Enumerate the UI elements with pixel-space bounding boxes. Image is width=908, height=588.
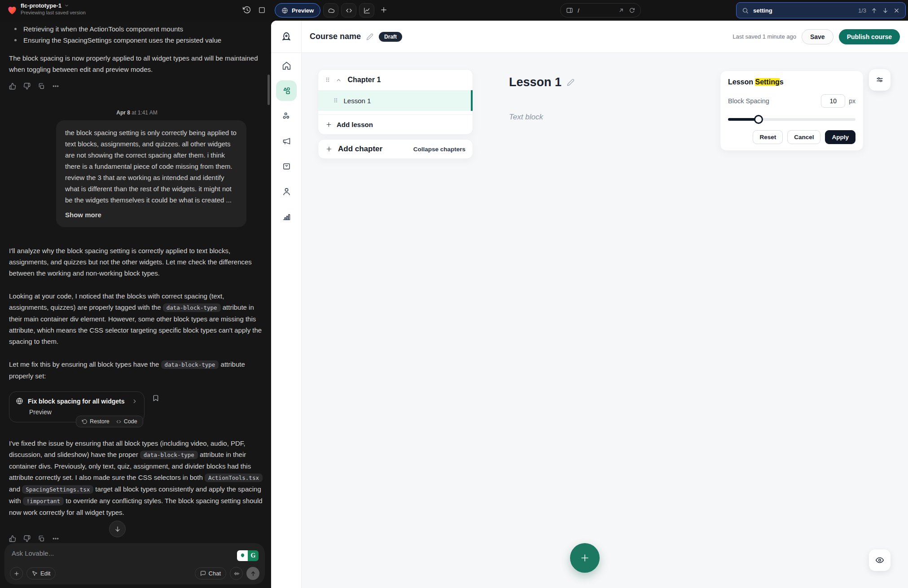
code-chip: SpacingSettings.tsx bbox=[22, 485, 93, 494]
match-count: 1/3 bbox=[858, 7, 866, 14]
settings-title: Lesson Settings bbox=[728, 78, 855, 86]
settings-toggle-button[interactable] bbox=[869, 69, 890, 91]
thumbs-down-icon[interactable] bbox=[23, 83, 31, 90]
globe-icon bbox=[281, 7, 288, 14]
chapter-header[interactable]: ⠿ Chapter 1 bbox=[318, 70, 473, 90]
sidebar-item-analytics[interactable] bbox=[271, 204, 302, 229]
grammarly-badge[interactable]: G bbox=[237, 550, 259, 561]
block-spacing-slider[interactable] bbox=[728, 115, 855, 124]
lovable-logo-icon[interactable] bbox=[6, 4, 18, 16]
edit-mode-button[interactable]: Edit bbox=[26, 567, 56, 579]
apply-button[interactable]: Apply bbox=[825, 130, 855, 144]
chat-mode-button[interactable]: Chat bbox=[195, 567, 226, 579]
bookmark-icon[interactable] bbox=[152, 395, 159, 402]
sidebar-item-content[interactable] bbox=[276, 80, 297, 101]
text-block-placeholder[interactable]: Text block bbox=[509, 113, 543, 122]
collapse-chapters-button[interactable]: Collapse chapters bbox=[413, 146, 465, 153]
assistant-paragraph: Looking at your code, I noticed that the… bbox=[9, 290, 265, 347]
find-prev-icon[interactable] bbox=[871, 7, 877, 14]
rocket-logo-icon[interactable] bbox=[271, 21, 301, 53]
add-chapter-button[interactable]: Add chapter bbox=[338, 145, 409, 154]
show-more-link[interactable]: Show more bbox=[65, 209, 237, 220]
close-find-icon[interactable] bbox=[893, 7, 900, 14]
code-icon bbox=[116, 419, 122, 425]
edit-card-subtitle[interactable]: Preview bbox=[29, 408, 138, 416]
sidebar-item-profile[interactable] bbox=[271, 179, 302, 204]
add-tab-icon[interactable] bbox=[380, 6, 388, 14]
drag-handle-icon[interactable]: ⠿ bbox=[325, 77, 329, 83]
user-message-text: the block spacing setting is only correc… bbox=[65, 129, 237, 204]
sidebar-item-home[interactable] bbox=[271, 53, 302, 78]
attach-button[interactable] bbox=[10, 567, 23, 580]
save-button[interactable]: Save bbox=[802, 29, 833, 44]
thumbs-down-icon[interactable] bbox=[23, 535, 31, 542]
chapter-title: Chapter 1 bbox=[348, 76, 381, 84]
grammarly-g-icon: G bbox=[248, 550, 259, 561]
chat-scrollbar[interactable] bbox=[268, 75, 270, 105]
chevron-down-icon bbox=[64, 3, 69, 8]
scroll-to-bottom-button[interactable] bbox=[109, 521, 126, 537]
find-next-icon[interactable] bbox=[882, 7, 889, 14]
thumbs-up-icon[interactable] bbox=[9, 83, 16, 90]
edit-course-name-icon[interactable] bbox=[366, 33, 373, 40]
history-icon[interactable] bbox=[242, 5, 251, 14]
more-options-icon[interactable] bbox=[52, 535, 59, 542]
lesson-title: Lesson 1 bbox=[509, 75, 561, 89]
plus-icon bbox=[325, 145, 333, 153]
project-status: Previewing last saved version bbox=[21, 10, 86, 15]
reset-button[interactable]: Reset bbox=[753, 130, 783, 144]
user-message-bubble: the block spacing setting is only correc… bbox=[56, 120, 246, 227]
edit-card[interactable]: Fix block spacing for all widgets Previe… bbox=[9, 391, 145, 422]
app-sidebar bbox=[271, 21, 302, 588]
copy-icon[interactable] bbox=[38, 83, 45, 90]
add-block-fab[interactable] bbox=[570, 543, 600, 573]
edit-lesson-title-icon[interactable] bbox=[567, 79, 575, 86]
restore-code-toolbar: Restore Code bbox=[76, 416, 143, 427]
open-external-icon[interactable] bbox=[618, 7, 624, 13]
top-bar: flc-prototype-1 Previewing last saved ve… bbox=[0, 0, 908, 21]
voice-input-button[interactable] bbox=[230, 567, 243, 580]
device-toggle-icon[interactable] bbox=[566, 7, 573, 14]
analytics-button[interactable] bbox=[359, 3, 374, 18]
code-view-button[interactable] bbox=[341, 3, 356, 18]
add-lesson-button[interactable]: Add lesson bbox=[318, 114, 473, 134]
chat-input-container[interactable]: Ask Lovable... G Edit Chat bbox=[4, 543, 265, 584]
url-path[interactable]: / bbox=[578, 7, 614, 14]
find-input[interactable] bbox=[753, 7, 820, 14]
thumbs-up-icon[interactable] bbox=[9, 535, 16, 542]
sidebar-item-marketing[interactable] bbox=[271, 128, 302, 154]
code-button[interactable]: Code bbox=[116, 418, 137, 425]
cancel-button[interactable]: Cancel bbox=[787, 130, 820, 144]
url-bar[interactable]: / bbox=[560, 3, 641, 18]
project-menu[interactable]: flc-prototype-1 bbox=[21, 2, 86, 9]
sidebar-item-store[interactable] bbox=[271, 154, 302, 179]
chat-input[interactable]: Ask Lovable... bbox=[12, 549, 258, 557]
message-timestamp: Apr 8 at 1:41 AM bbox=[9, 110, 265, 116]
drag-handle-icon[interactable]: ⠿ bbox=[333, 97, 338, 104]
lesson-name: Lesson 1 bbox=[344, 97, 371, 105]
slider-thumb[interactable] bbox=[754, 115, 763, 124]
select-element-icon[interactable] bbox=[258, 6, 266, 14]
assistant-paragraph: I've fixed the issue by ensuring that al… bbox=[9, 438, 265, 518]
preview-eye-button[interactable] bbox=[869, 549, 890, 571]
copy-icon[interactable] bbox=[38, 535, 45, 542]
block-spacing-input[interactable] bbox=[821, 94, 845, 108]
code-chip: data-block-type bbox=[163, 303, 221, 312]
message-actions-partial bbox=[9, 535, 59, 542]
restore-button[interactable]: Restore bbox=[82, 418, 110, 425]
code-chip: data-block-type bbox=[161, 360, 219, 369]
cloud-deploy-button[interactable] bbox=[323, 3, 338, 18]
sidebar-item-community[interactable] bbox=[271, 103, 302, 128]
chat-panel: Retrieving it when the ActionTools compo… bbox=[0, 21, 271, 588]
publish-course-button[interactable]: Publish course bbox=[839, 29, 900, 44]
app-preview-pane: Course name Draft Last saved 1 minute ag… bbox=[271, 21, 908, 588]
chat-scroll-area[interactable]: Retrieving it when the ActionTools compo… bbox=[9, 21, 265, 588]
send-button[interactable] bbox=[246, 567, 259, 580]
refresh-icon[interactable] bbox=[629, 7, 635, 13]
add-chapter-card: Add chapter Collapse chapters bbox=[318, 139, 473, 159]
more-options-icon[interactable] bbox=[52, 83, 59, 90]
collapse-chapter-icon[interactable] bbox=[336, 77, 342, 83]
preview-button[interactable]: Preview bbox=[275, 3, 320, 18]
lesson-list-item[interactable]: ⠿ Lesson 1 bbox=[318, 90, 473, 111]
assistant-summary: The block spacing is now properly applie… bbox=[9, 53, 265, 75]
